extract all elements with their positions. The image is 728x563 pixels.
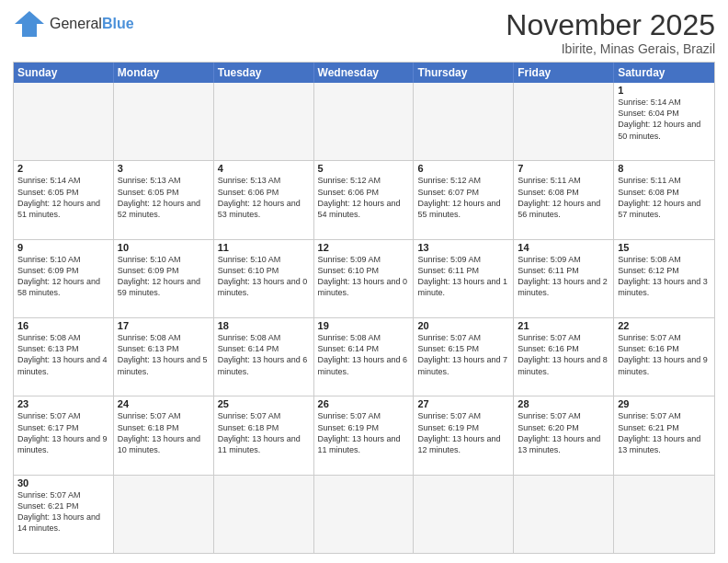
calendar-week-3: 9Sunrise: 5:10 AM Sunset: 6:09 PM Daylig… xyxy=(14,239,714,317)
day-number: 15 xyxy=(618,242,711,253)
svg-marker-0 xyxy=(15,11,44,37)
logo: GeneralBlue xyxy=(13,9,134,39)
day-number: 13 xyxy=(417,242,509,253)
calendar-empty-0-3 xyxy=(314,83,415,160)
calendar-day-6: 6Sunrise: 5:12 AM Sunset: 6:07 PM Daylig… xyxy=(414,161,514,238)
day-info: Sunrise: 5:09 AM Sunset: 6:11 PM Dayligh… xyxy=(518,254,609,299)
calendar-day-12: 12Sunrise: 5:09 AM Sunset: 6:10 PM Dayli… xyxy=(314,240,415,317)
calendar-day-7: 7Sunrise: 5:11 AM Sunset: 6:08 PM Daylig… xyxy=(514,161,614,238)
header-wednesday: Wednesday xyxy=(314,63,415,83)
day-number: 11 xyxy=(218,242,310,253)
day-info: Sunrise: 5:12 AM Sunset: 6:07 PM Dayligh… xyxy=(417,175,509,220)
calendar-empty-0-4 xyxy=(414,83,514,160)
calendar-empty-0-1 xyxy=(114,83,214,160)
day-number: 5 xyxy=(318,163,410,174)
calendar-day-27: 27Sunrise: 5:07 AM Sunset: 6:19 PM Dayli… xyxy=(414,396,514,474)
day-info: Sunrise: 5:09 AM Sunset: 6:10 PM Dayligh… xyxy=(318,254,410,299)
calendar-empty-0-0 xyxy=(14,83,114,160)
day-info: Sunrise: 5:13 AM Sunset: 6:06 PM Dayligh… xyxy=(218,175,310,220)
day-info: Sunrise: 5:12 AM Sunset: 6:06 PM Dayligh… xyxy=(318,175,410,220)
day-number: 22 xyxy=(618,320,711,331)
day-number: 20 xyxy=(417,320,509,331)
header-monday: Monday xyxy=(114,63,214,83)
title-block: November 2025 Ibirite, Minas Gerais, Bra… xyxy=(506,9,715,56)
day-number: 18 xyxy=(218,320,310,331)
day-info: Sunrise: 5:07 AM Sunset: 6:16 PM Dayligh… xyxy=(618,332,711,377)
day-info: Sunrise: 5:10 AM Sunset: 6:10 PM Dayligh… xyxy=(218,254,310,299)
calendar-empty-5-6 xyxy=(614,476,714,553)
day-number: 7 xyxy=(518,163,609,174)
calendar-day-1: 1Sunrise: 5:14 AM Sunset: 6:04 PM Daylig… xyxy=(614,83,714,160)
calendar-empty-5-4 xyxy=(414,476,514,553)
location: Ibirite, Minas Gerais, Brazil xyxy=(506,41,715,56)
day-info: Sunrise: 5:11 AM Sunset: 6:08 PM Dayligh… xyxy=(518,175,609,220)
header-thursday: Thursday xyxy=(414,63,514,83)
day-number: 16 xyxy=(17,320,109,331)
day-info: Sunrise: 5:07 AM Sunset: 6:20 PM Dayligh… xyxy=(518,410,609,455)
day-number: 3 xyxy=(118,163,210,174)
calendar-empty-5-3 xyxy=(314,476,415,553)
calendar-day-2: 2Sunrise: 5:14 AM Sunset: 6:05 PM Daylig… xyxy=(14,161,114,238)
day-info: Sunrise: 5:14 AM Sunset: 6:05 PM Dayligh… xyxy=(17,175,109,220)
calendar-day-25: 25Sunrise: 5:07 AM Sunset: 6:18 PM Dayli… xyxy=(214,396,314,474)
header-friday: Friday xyxy=(514,63,614,83)
calendar-week-4: 16Sunrise: 5:08 AM Sunset: 6:13 PM Dayli… xyxy=(14,317,714,396)
day-info: Sunrise: 5:13 AM Sunset: 6:05 PM Dayligh… xyxy=(118,175,210,220)
day-info: Sunrise: 5:08 AM Sunset: 6:13 PM Dayligh… xyxy=(17,332,109,377)
day-number: 26 xyxy=(318,398,410,409)
calendar-day-29: 29Sunrise: 5:07 AM Sunset: 6:21 PM Dayli… xyxy=(614,396,714,474)
logo-icon xyxy=(13,9,46,39)
calendar-day-9: 9Sunrise: 5:10 AM Sunset: 6:09 PM Daylig… xyxy=(14,240,114,317)
day-info: Sunrise: 5:07 AM Sunset: 6:17 PM Dayligh… xyxy=(17,410,109,455)
day-number: 21 xyxy=(518,320,609,331)
header: GeneralBlue November 2025 Ibirite, Minas… xyxy=(13,9,715,56)
calendar-day-20: 20Sunrise: 5:07 AM Sunset: 6:15 PM Dayli… xyxy=(414,318,514,396)
calendar-body: 1Sunrise: 5:14 AM Sunset: 6:04 PM Daylig… xyxy=(14,83,714,553)
calendar-empty-0-5 xyxy=(514,83,614,160)
calendar-empty-0-2 xyxy=(214,83,314,160)
day-number: 30 xyxy=(17,477,109,488)
day-number: 23 xyxy=(17,398,109,409)
day-info: Sunrise: 5:07 AM Sunset: 6:19 PM Dayligh… xyxy=(417,410,509,455)
calendar-empty-5-5 xyxy=(514,476,614,553)
day-number: 9 xyxy=(17,242,109,253)
calendar-empty-5-1 xyxy=(114,476,214,553)
calendar-day-4: 4Sunrise: 5:13 AM Sunset: 6:06 PM Daylig… xyxy=(214,161,314,238)
calendar-day-10: 10Sunrise: 5:10 AM Sunset: 6:09 PM Dayli… xyxy=(114,240,214,317)
logo-text: GeneralBlue xyxy=(50,16,134,32)
calendar-empty-5-2 xyxy=(214,476,314,553)
day-info: Sunrise: 5:10 AM Sunset: 6:09 PM Dayligh… xyxy=(118,254,210,299)
day-info: Sunrise: 5:07 AM Sunset: 6:16 PM Dayligh… xyxy=(518,332,609,377)
day-number: 6 xyxy=(417,163,509,174)
calendar-day-13: 13Sunrise: 5:09 AM Sunset: 6:11 PM Dayli… xyxy=(414,240,514,317)
header-saturday: Saturday xyxy=(614,63,714,83)
calendar: Sunday Monday Tuesday Wednesday Thursday… xyxy=(13,62,715,554)
calendar-day-28: 28Sunrise: 5:07 AM Sunset: 6:20 PM Dayli… xyxy=(514,396,614,474)
day-number: 19 xyxy=(318,320,410,331)
day-info: Sunrise: 5:08 AM Sunset: 6:14 PM Dayligh… xyxy=(218,332,310,377)
day-info: Sunrise: 5:11 AM Sunset: 6:08 PM Dayligh… xyxy=(618,175,711,220)
day-info: Sunrise: 5:07 AM Sunset: 6:15 PM Dayligh… xyxy=(417,332,509,377)
calendar-day-26: 26Sunrise: 5:07 AM Sunset: 6:19 PM Dayli… xyxy=(314,396,415,474)
day-number: 12 xyxy=(318,242,410,253)
header-sunday: Sunday xyxy=(14,63,114,83)
calendar-day-18: 18Sunrise: 5:08 AM Sunset: 6:14 PM Dayli… xyxy=(214,318,314,396)
day-number: 24 xyxy=(118,398,210,409)
day-number: 2 xyxy=(17,163,109,174)
day-number: 17 xyxy=(118,320,210,331)
day-info: Sunrise: 5:08 AM Sunset: 6:14 PM Dayligh… xyxy=(318,332,410,377)
day-info: Sunrise: 5:10 AM Sunset: 6:09 PM Dayligh… xyxy=(17,254,109,299)
calendar-day-5: 5Sunrise: 5:12 AM Sunset: 6:06 PM Daylig… xyxy=(314,161,415,238)
day-number: 4 xyxy=(218,163,310,174)
day-info: Sunrise: 5:07 AM Sunset: 6:21 PM Dayligh… xyxy=(618,410,711,455)
day-number: 10 xyxy=(118,242,210,253)
calendar-day-24: 24Sunrise: 5:07 AM Sunset: 6:18 PM Dayli… xyxy=(114,396,214,474)
day-info: Sunrise: 5:07 AM Sunset: 6:19 PM Dayligh… xyxy=(318,410,410,455)
calendar-day-19: 19Sunrise: 5:08 AM Sunset: 6:14 PM Dayli… xyxy=(314,318,415,396)
day-info: Sunrise: 5:07 AM Sunset: 6:18 PM Dayligh… xyxy=(218,410,310,455)
calendar-day-22: 22Sunrise: 5:07 AM Sunset: 6:16 PM Dayli… xyxy=(614,318,714,396)
header-tuesday: Tuesday xyxy=(214,63,314,83)
day-number: 27 xyxy=(417,398,509,409)
calendar-day-21: 21Sunrise: 5:07 AM Sunset: 6:16 PM Dayli… xyxy=(514,318,614,396)
month-title: November 2025 xyxy=(506,9,715,41)
